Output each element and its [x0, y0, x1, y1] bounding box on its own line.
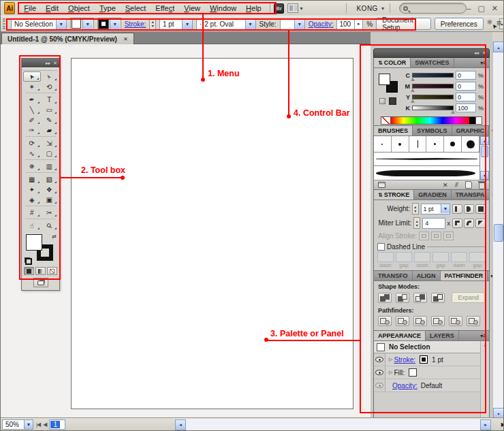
stroke-color-swatch[interactable]	[420, 355, 428, 364]
blob-brush-tool[interactable]: ✑	[23, 125, 41, 135]
fill-swatch[interactable]	[72, 19, 81, 29]
scroll-thumb[interactable]	[494, 224, 503, 242]
appearance-fill-row[interactable]: ▷ Fill:	[374, 366, 489, 379]
slider-marker-icon[interactable]	[411, 78, 415, 81]
calligraphic-brush[interactable]	[409, 136, 427, 152]
chevron-down-icon[interactable]: ▾	[381, 5, 384, 12]
default-fill-stroke-icon[interactable]	[25, 257, 32, 265]
visibility-cell[interactable]	[374, 366, 385, 379]
calligraphic-brush[interactable]	[444, 136, 462, 152]
divide-button[interactable]	[378, 316, 392, 326]
menu-select[interactable]: Select	[121, 1, 151, 16]
swap-fill-stroke-icon[interactable]: ⇄	[52, 234, 57, 240]
tab-brushes[interactable]: BRUSHES	[374, 126, 413, 135]
scroll-track[interactable]	[186, 419, 480, 430]
gradient-tool[interactable]: ▧	[41, 174, 59, 185]
chevron-down-icon[interactable]: ▾	[300, 5, 303, 12]
scroll-up-icon[interactable]: ▴	[480, 136, 489, 145]
unite-button[interactable]	[378, 293, 392, 303]
tab-symbols[interactable]: SYMBOLS	[413, 126, 452, 135]
lasso-tool[interactable]: ⟲	[41, 82, 59, 92]
document-setup-button[interactable]: Document Setup	[376, 18, 431, 30]
tab-transparency[interactable]: TRANSPA	[452, 190, 490, 199]
stroke-weight-stepper[interactable]: ▴▾	[149, 18, 156, 30]
weight-stepper[interactable]: ▴▾	[412, 203, 418, 214]
step-down-icon[interactable]: ▾	[414, 209, 416, 213]
first-artboard-button[interactable]: |◀	[36, 421, 40, 428]
dock-header[interactable]: ◂◂ ✕	[373, 48, 490, 58]
menu-type[interactable]: Type	[95, 1, 121, 16]
symbol-sprayer-tool[interactable]: ✵	[23, 161, 41, 172]
live-paint-selection-tool[interactable]: ▣	[41, 195, 59, 205]
brush-libraries-icon[interactable]	[378, 182, 385, 188]
dashed-line-checkbox[interactable]	[377, 243, 385, 251]
close-icon[interactable]: ✕	[482, 50, 486, 56]
mini-fill-stroke-proxy[interactable]	[379, 74, 399, 94]
dash-field[interactable]	[469, 252, 486, 262]
appearance-stroke-row[interactable]: ▷ Stroke: 1 pt	[374, 353, 489, 366]
artboard-tool[interactable]: #	[23, 208, 41, 218]
hand-tool[interactable]: ☝	[23, 221, 41, 231]
slider-marker-icon[interactable]	[411, 89, 415, 92]
web-color-warning-icon[interactable]	[379, 98, 385, 104]
eraser-tool[interactable]: ▰	[41, 125, 59, 135]
menu-help[interactable]: Help	[241, 1, 266, 16]
step-down-icon[interactable]: ▾	[416, 223, 418, 227]
dropdown-arrow-icon[interactable]	[245, 19, 255, 29]
align-inside-button[interactable]	[431, 232, 441, 240]
scroll-up-icon[interactable]: ▴	[484, 342, 486, 348]
slider-marker-icon[interactable]	[411, 99, 415, 103]
tab-color[interactable]: ⇅ COLOR	[374, 58, 411, 67]
color-mode-button[interactable]	[24, 267, 34, 275]
zoom-tool[interactable]: ⚲	[41, 221, 59, 231]
panel-menu-icon[interactable]: ▾≡	[477, 331, 489, 340]
type-tool[interactable]: T	[41, 95, 59, 105]
eye-icon[interactable]	[375, 383, 383, 388]
k-value-input[interactable]: 100	[456, 103, 476, 112]
fill-color-swatch[interactable]	[409, 368, 417, 377]
minimize-button[interactable]: –	[467, 4, 471, 13]
slice-tool[interactable]: ✂	[41, 208, 59, 218]
scroll-up-icon[interactable]: ▴	[493, 42, 504, 52]
dropdown-arrow-icon[interactable]	[110, 19, 120, 29]
scroll-right-icon[interactable]: ▸	[480, 419, 491, 430]
scroll-left-icon[interactable]: ◂	[175, 419, 186, 430]
eye-icon[interactable]	[375, 357, 383, 362]
toolbox-header[interactable]: ▸▸ ✕	[22, 59, 59, 67]
document-tab[interactable]: Untitled-1 @ 50% (CMYK/Preview) ✕	[1, 33, 134, 44]
menu-view[interactable]: View	[179, 1, 205, 16]
close-button[interactable]: ✕	[492, 4, 498, 13]
scroll-thumb[interactable]	[481, 146, 488, 157]
dash-field[interactable]	[396, 252, 412, 262]
art-brush-thick[interactable]	[374, 166, 479, 180]
tab-align[interactable]: ALIGN	[413, 271, 441, 281]
status-popup-icon[interactable]: ▶	[501, 421, 504, 428]
fill-proxy[interactable]	[379, 74, 390, 85]
collapse-to-icons-icon[interactable]: ◂◂	[474, 50, 479, 56]
rectangle-tool[interactable]: ▭	[41, 105, 59, 115]
miter-join-button[interactable]	[452, 219, 462, 228]
dropdown-arrow-icon[interactable]	[56, 19, 66, 29]
minus-back-button[interactable]	[467, 316, 480, 326]
expand-dock-icon[interactable]: ▸▸	[46, 61, 50, 66]
round-join-button[interactable]	[464, 219, 474, 228]
tab-gradient[interactable]: GRADIEN	[414, 190, 452, 199]
trim-button[interactable]	[396, 316, 409, 326]
tab-pathfinder[interactable]: PATHFINDER	[441, 271, 488, 281]
color-spectrum-bar[interactable]	[381, 116, 482, 125]
align-center-button[interactable]	[419, 232, 429, 240]
selection-tool[interactable]: ➤	[23, 71, 41, 82]
disclosure-triangle-icon[interactable]: ▷	[389, 370, 392, 375]
collapse-icon[interactable]: ⇅	[378, 60, 383, 66]
projecting-cap-button[interactable]	[475, 204, 486, 214]
warp-tool[interactable]: ∿	[23, 148, 41, 159]
opacity-popup-icon[interactable]: ▸	[354, 19, 362, 29]
menu-object[interactable]: Object	[63, 1, 95, 16]
options-of-selected-icon[interactable]: ⫻	[455, 181, 458, 189]
spectrum-ramp[interactable]	[391, 117, 469, 124]
m-value-input[interactable]: 0	[456, 82, 476, 91]
direct-selection-tool[interactable]: ➢	[41, 71, 59, 82]
menu-edit[interactable]: Edit	[41, 1, 63, 16]
graph-tool[interactable]: ▥	[41, 161, 59, 172]
dash-field[interactable]	[414, 252, 430, 262]
